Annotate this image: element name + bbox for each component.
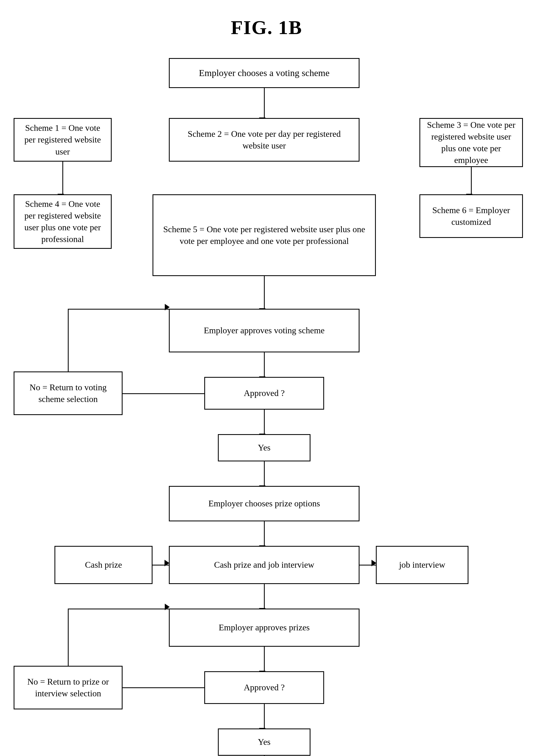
box-scheme5: Scheme 5 = One vote per registered websi… xyxy=(153,194,376,276)
box-yes-voting: Yes xyxy=(218,434,311,461)
arrow-s3-to-s6 xyxy=(471,167,472,194)
arrow-no-prizes-up xyxy=(68,608,69,666)
arrow-options-to-approves xyxy=(264,584,265,608)
arrowhead-no-right xyxy=(165,304,170,310)
page-title: FIG. 1B xyxy=(0,0,533,55)
arrow-prize-approves-to-approved xyxy=(264,647,265,671)
arrow-no-right xyxy=(68,309,170,310)
box-yes-prizes: Yes xyxy=(218,728,311,756)
arrow-s1-to-s4 xyxy=(63,162,63,194)
box-no-return-voting: No = Return to voting scheme selection xyxy=(13,371,123,415)
arrow-prize-to-options xyxy=(264,521,265,546)
box-scheme2: Scheme 2 = One vote per day per register… xyxy=(169,118,360,162)
flowchart: Employer chooses a voting scheme Scheme … xyxy=(0,55,533,756)
box-scheme3: Scheme 3 = One vote per registered websi… xyxy=(419,118,523,167)
box-scheme1: Scheme 1 = One vote per registered websi… xyxy=(13,118,112,162)
box-approved-prizes: Approved ? xyxy=(204,671,324,704)
arrow-yes-to-prize xyxy=(264,461,265,486)
box-no-return-prizes: No = Return to prize or interview select… xyxy=(13,666,123,709)
arrowhead-center-to-interview xyxy=(371,560,376,566)
box-employer-chooses-prize: Employer chooses prize options xyxy=(169,486,360,521)
box-approved-voting: Approved ? xyxy=(204,377,324,410)
box-scheme6: Scheme 6 = Employer customized xyxy=(419,194,523,238)
arrow-approves-to-approved xyxy=(264,352,265,377)
arrow-s5-to-approve xyxy=(264,276,265,309)
box-employer-approves-prizes: Employer approves prizes xyxy=(169,608,360,647)
arrow-prizes-approved-to-yes xyxy=(264,704,265,728)
box-cash-prize: Cash prize xyxy=(55,546,153,584)
box-employer-approves-voting: Employer approves voting scheme xyxy=(169,309,360,352)
arrow-voting-to-scheme2 xyxy=(264,88,265,118)
arrow-approved-to-yes xyxy=(264,410,265,434)
box-employer-chooses-voting: Employer chooses a voting scheme xyxy=(169,58,360,88)
arrow-no-prizes-right xyxy=(68,608,170,609)
box-job-interview: job interview xyxy=(376,546,469,584)
box-scheme4: Scheme 4 = One vote per registered websi… xyxy=(13,194,112,249)
arrow-no-up xyxy=(68,309,69,371)
arrowhead-no-prizes-right xyxy=(165,604,170,610)
box-cash-and-interview: Cash prize and job interview xyxy=(169,546,360,584)
arrowhead-cash-to-center xyxy=(165,560,169,566)
